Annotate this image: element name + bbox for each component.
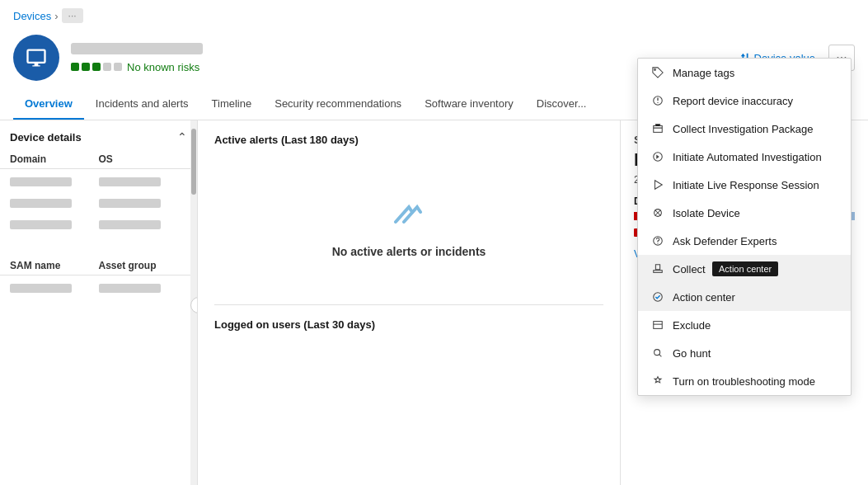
- device-risk: No known risks: [71, 61, 721, 73]
- go-hunt-label: Go hunt: [673, 347, 711, 360]
- auto-invest-icon: [651, 150, 664, 163]
- tab-incidents[interactable]: Incidents and alerts: [84, 89, 200, 120]
- svg-point-9: [655, 350, 660, 356]
- device-details-sidebar: Device details ⌃ Domain OS SAM name Asse…: [0, 120, 198, 485]
- exclude-label: Exclude: [673, 319, 711, 332]
- collect-tooltip: Action center: [712, 261, 778, 276]
- breadcrumb-parent[interactable]: Devices: [13, 10, 51, 22]
- svg-point-5: [657, 243, 658, 244]
- no-alerts-text: No active alerts or incidents: [332, 245, 486, 258]
- tab-discover[interactable]: Discover...: [525, 89, 598, 120]
- sam-col-header: SAM name: [10, 260, 99, 271]
- sidebar-title: Device details: [10, 131, 82, 144]
- defender-experts-label: Ask Defender Experts: [673, 235, 777, 247]
- hunt-icon: [651, 346, 664, 360]
- menu-item-manage-tags[interactable]: Manage tags: [638, 59, 851, 87]
- collect-package-label: Collect Investigation Package: [673, 123, 814, 135]
- risk-dot-5: [114, 63, 122, 71]
- sam-section: SAM name Asset group: [0, 257, 197, 300]
- action-center-icon: [651, 290, 664, 304]
- domain-val-2: [10, 199, 99, 210]
- sidebar-header: Device details ⌃: [0, 130, 197, 150]
- isolate-icon: [651, 206, 664, 219]
- section-divider: [214, 304, 603, 305]
- sam-row: [0, 279, 197, 300]
- no-alerts-area: No active alerts or incidents: [214, 159, 603, 291]
- alerts-section-title: Active alerts (Last 180 days): [214, 134, 603, 146]
- center-panel: Active alerts (Last 180 days) No active …: [198, 120, 621, 485]
- collect-label: Collect: [673, 263, 706, 275]
- menu-item-report-inaccuracy[interactable]: Report device inaccuracy: [638, 87, 851, 115]
- risk-dot-1: [71, 63, 79, 71]
- device-details-row-1: [0, 172, 197, 194]
- manage-tags-label: Manage tags: [673, 67, 734, 79]
- menu-item-exclude[interactable]: Exclude: [638, 311, 851, 339]
- risk-dot-3: [92, 63, 101, 71]
- os-val-2: [99, 199, 188, 210]
- report-icon: [651, 94, 664, 107]
- domain-col-header: Domain: [10, 153, 99, 165]
- domain-val-3: [10, 220, 99, 232]
- package-icon: [651, 122, 664, 135]
- svg-rect-8: [654, 322, 663, 329]
- menu-item-live-response[interactable]: Initiate Live Response Session: [638, 171, 851, 199]
- device-details-row-3: [0, 215, 197, 237]
- logged-users-title: Logged on users (Last 30 days): [214, 318, 603, 331]
- sam-val: [10, 284, 99, 295]
- troubleshoot-label: Turn on troubleshooting mode: [673, 375, 815, 388]
- os-val: [99, 177, 188, 189]
- sam-header: SAM name Asset group: [0, 257, 197, 275]
- breadcrumb-sep: ›: [54, 10, 58, 22]
- no-alerts-svg-1: [387, 192, 430, 235]
- asset-val: [99, 284, 188, 295]
- device-details-header: Domain OS: [0, 150, 197, 169]
- tab-security-recommendations[interactable]: Security recommendations: [263, 89, 413, 120]
- tab-software-inventory[interactable]: Software inventory: [413, 89, 525, 120]
- risk-dot-4: [103, 63, 111, 71]
- tab-overview[interactable]: Overview: [13, 89, 84, 120]
- dropdown-menu: Manage tags Report device inaccuracy Col…: [637, 58, 852, 396]
- no-alerts-icon: [387, 192, 430, 235]
- breadcrumb-current: ···: [62, 8, 83, 23]
- sidebar-collapse-btn[interactable]: ⌃: [177, 130, 187, 144]
- device-details-row-2: [0, 194, 197, 215]
- tag-icon: [651, 66, 664, 79]
- device-info: No known risks: [71, 43, 721, 73]
- menu-item-go-hunt[interactable]: Go hunt: [638, 339, 851, 367]
- question-icon: [651, 234, 664, 247]
- risk-label: No known risks: [127, 61, 199, 73]
- exclude-icon: [651, 318, 664, 332]
- risk-dots: [71, 63, 122, 71]
- action-center-label: Action center: [673, 291, 735, 304]
- device-avatar: [13, 35, 59, 81]
- tab-timeline[interactable]: Timeline: [200, 89, 264, 120]
- menu-item-troubleshoot[interactable]: Turn on troubleshooting mode: [638, 367, 851, 395]
- device-icon: [25, 46, 48, 69]
- menu-item-collect[interactable]: Collect Action center: [638, 255, 851, 283]
- svg-rect-1: [654, 126, 663, 133]
- breadcrumb: Devices › ···: [0, 0, 868, 28]
- live-response-label: Initiate Live Response Session: [673, 179, 819, 191]
- menu-item-collect-package[interactable]: Collect Investigation Package: [638, 115, 851, 143]
- menu-item-action-center[interactable]: Action center: [638, 283, 851, 311]
- os-col-header: OS: [99, 153, 188, 165]
- isolate-label: Isolate Device: [673, 207, 740, 219]
- device-name-blurred: [71, 43, 203, 54]
- auto-investigation-label: Initiate Automated Investigation: [673, 151, 822, 163]
- menu-item-defender-experts[interactable]: Ask Defender Experts: [638, 227, 851, 255]
- svg-rect-6: [654, 271, 663, 273]
- menu-item-auto-investigation[interactable]: Initiate Automated Investigation: [638, 143, 851, 171]
- report-inaccuracy-label: Report device inaccuracy: [673, 95, 793, 107]
- scroll-thumb: [191, 129, 196, 195]
- os-val-3: [99, 220, 188, 232]
- play-icon: [651, 178, 664, 191]
- domain-val: [10, 177, 99, 189]
- asset-col-header: Asset group: [99, 260, 188, 271]
- collect-icon: [651, 262, 664, 275]
- troubleshoot-icon: [651, 374, 664, 388]
- menu-item-isolate[interactable]: Isolate Device: [638, 199, 851, 227]
- risk-dot-2: [82, 63, 90, 71]
